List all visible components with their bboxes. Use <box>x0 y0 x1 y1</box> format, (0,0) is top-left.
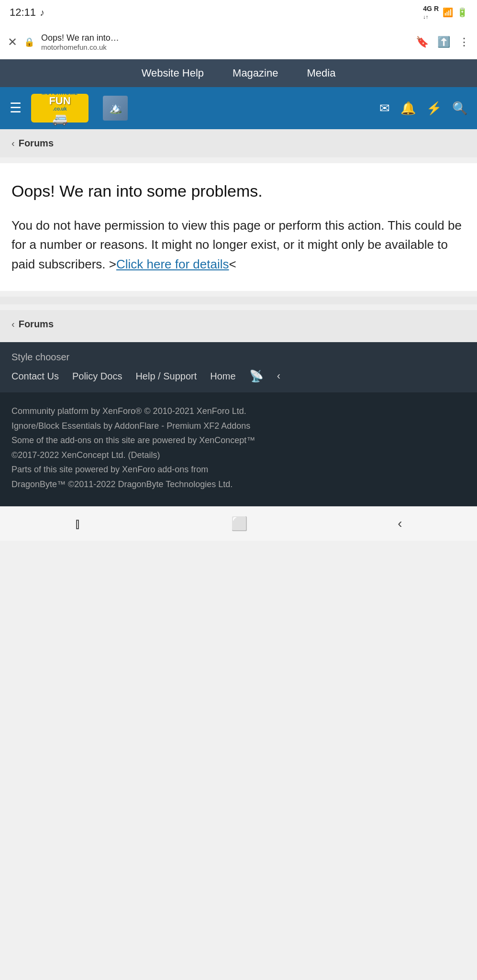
site-logo[interactable]: MOTORHOME FUN .co.uk 🚐 <box>31 94 89 122</box>
legal-line-3: Some of the add-ons on this site are pow… <box>11 435 255 445</box>
style-chooser[interactable]: Style chooser <box>11 352 466 363</box>
site-header: ☰ MOTORHOME FUN .co.uk 🚐 🏔️ ✉ 🔔 ⚡ 🔍 <box>0 87 477 129</box>
breadcrumb-top: ‹ Forums <box>0 129 477 157</box>
error-body: You do not have permission to view this … <box>11 216 466 274</box>
footer-top: Style chooser Contact Us Policy Docs Hel… <box>0 342 477 392</box>
legal-line-1: Community platform by XenForo® © 2010-20… <box>11 406 246 416</box>
footer-policy-docs[interactable]: Policy Docs <box>72 371 122 382</box>
forums-breadcrumb-bottom[interactable]: Forums <box>19 319 54 330</box>
logo-van-icon: 🚐 <box>52 111 67 126</box>
lock-icon: 🔒 <box>24 37 34 47</box>
header-icons: ✉ 🔔 ⚡ 🔍 <box>379 101 467 116</box>
details-link[interactable]: Click here for details <box>116 257 229 271</box>
home-button[interactable]: ⬜ <box>231 516 248 532</box>
footer-bottom: Community platform by XenForo® © 2010-20… <box>0 392 477 506</box>
system-nav-bar: ⫿ ⬜ ‹ <box>0 506 477 541</box>
lightning-icon[interactable]: ⚡ <box>426 101 442 116</box>
legal-line-4: ©2017-2022 XenConcept Ltd. (Details) <box>11 450 160 460</box>
back-arrow-bottom-icon[interactable]: ‹ <box>11 319 15 330</box>
logo-domain: .co.uk <box>53 106 67 111</box>
recent-apps-button[interactable]: ⫿ <box>75 516 81 532</box>
browser-actions: 🔖 ⬆️ ⋮ <box>416 36 469 48</box>
error-title: Oops! We ran into some problems. <box>11 180 466 201</box>
url-block[interactable]: Oops! We ran into… motorhomefun.co.uk <box>41 33 409 51</box>
music-icon: ♪ <box>40 7 44 18</box>
battery-icon: 🔋 <box>457 7 467 18</box>
legal-line-6: DragonByte™ ©2011-2022 DragonByte Techno… <box>11 479 233 489</box>
footer-spacer <box>0 338 477 342</box>
error-text: You do not have permission to view this … <box>11 218 462 271</box>
back-arrow-icon[interactable]: ‹ <box>11 138 15 149</box>
domain-label: motorhomefun.co.uk <box>41 43 409 51</box>
status-time: 12:11 <box>10 6 36 19</box>
signal-icon: 📶 <box>443 7 453 18</box>
status-icons: 4G R↓↑ 📶 🔋 <box>423 5 467 20</box>
footer-legal: Community platform by XenForo® © 2010-20… <box>11 404 466 492</box>
back-button[interactable]: ‹ <box>398 516 402 531</box>
footer-home[interactable]: Home <box>210 371 235 382</box>
breadcrumb-bottom: ‹ Forums <box>0 310 477 338</box>
error-suffix: < <box>229 257 236 271</box>
status-bar: 12:11 ♪ 4G R↓↑ 📶 🔋 <box>0 0 477 25</box>
envelope-icon[interactable]: ✉ <box>379 101 390 116</box>
more-options-icon[interactable]: ⋮ <box>459 36 469 48</box>
footer-help-support[interactable]: Help / Support <box>135 371 197 382</box>
main-content: Oops! We ran into some problems. You do … <box>0 163 477 291</box>
footer-contact-us[interactable]: Contact Us <box>11 371 59 382</box>
footer-links: Contact Us Policy Docs Help / Support Ho… <box>11 369 466 383</box>
header-thumbnail[interactable]: 🏔️ <box>103 96 128 121</box>
logo-text-main: FUN <box>49 96 70 106</box>
nav-magazine[interactable]: Magazine <box>233 67 278 79</box>
page-title: Oops! We ran into… <box>41 33 409 43</box>
thumbnail-image: 🏔️ <box>103 96 128 121</box>
legal-line-5: Parts of this site powered by XenForo ad… <box>11 465 208 474</box>
content-spacer <box>0 297 477 304</box>
close-tab-button[interactable]: ✕ <box>8 35 17 49</box>
nav-media[interactable]: Media <box>307 67 335 79</box>
collapse-icon[interactable]: ‹ <box>277 370 280 382</box>
share-icon[interactable]: ⬆️ <box>437 36 450 48</box>
legal-line-2: Ignore/Block Essentials by AddonFlare - … <box>11 421 250 431</box>
network-indicator: 4G R↓↑ <box>423 5 439 20</box>
rss-icon[interactable]: 📡 <box>249 369 264 383</box>
bell-icon[interactable]: 🔔 <box>400 101 416 116</box>
browser-bar: ✕ 🔒 Oops! We ran into… motorhomefun.co.u… <box>0 25 477 59</box>
forums-breadcrumb[interactable]: Forums <box>19 138 54 149</box>
search-icon[interactable]: 🔍 <box>452 101 467 116</box>
top-nav: Website Help Magazine Media <box>0 59 477 87</box>
bookmark-icon[interactable]: 🔖 <box>416 36 429 48</box>
nav-website-help[interactable]: Website Help <box>142 67 204 79</box>
hamburger-menu-icon[interactable]: ☰ <box>10 101 22 115</box>
